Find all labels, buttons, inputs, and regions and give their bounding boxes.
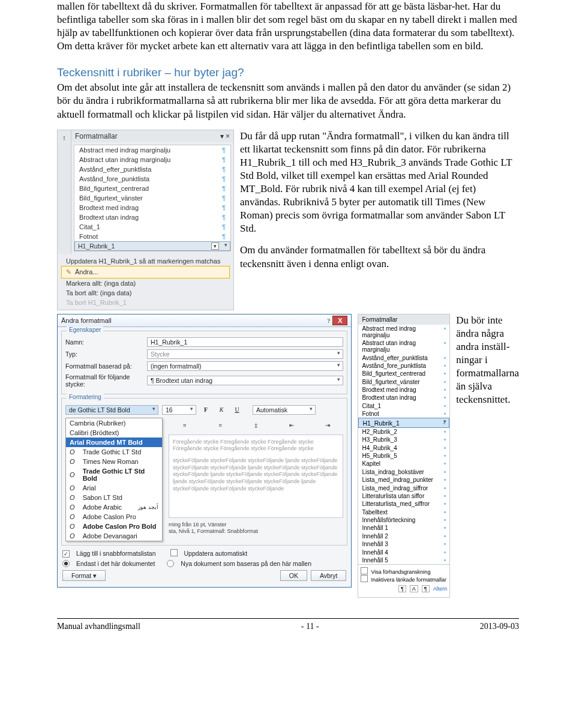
align-center-icon[interactable]: ≡ bbox=[214, 420, 226, 431]
help-icon[interactable]: ? bbox=[327, 317, 330, 324]
italic-button[interactable]: K bbox=[215, 405, 227, 415]
close-icon[interactable]: X bbox=[332, 316, 347, 325]
style-item[interactable]: Tabelltext• bbox=[358, 508, 449, 516]
template-radio[interactable] bbox=[167, 560, 177, 568]
style-item[interactable]: Bild_figurtext_centrerad• bbox=[358, 370, 449, 378]
style-item[interactable]: Lista_med_indrag_siffror• bbox=[358, 484, 449, 492]
style-item[interactable]: Abstract med indrag marginalju¶ bbox=[74, 145, 230, 155]
style-item[interactable]: Fotnot¶ bbox=[74, 232, 230, 241]
style-item[interactable]: H3_Rubrik_3• bbox=[358, 436, 449, 444]
style-item[interactable]: Avstånd_fore_punktlista¶ bbox=[74, 174, 230, 184]
style-tool-icon[interactable]: ¶ bbox=[422, 585, 430, 592]
style-item[interactable]: Bild_figurtext_centrerad¶ bbox=[74, 184, 230, 193]
style-item[interactable]: Citat_1¶ bbox=[74, 222, 230, 232]
style-item[interactable]: Abstract utan indrag marginalju• bbox=[358, 339, 449, 353]
style-item[interactable]: Brodtext utan indrag¶ bbox=[74, 212, 230, 222]
paint-icon: ✎ bbox=[66, 268, 71, 276]
style-item[interactable]: Lista_indrag_bokstäver• bbox=[358, 468, 449, 476]
ctx-del[interactable]: Ta bort H1_Rubrik_1 bbox=[61, 298, 230, 307]
font-option[interactable]: O Trade Gothic LT Std Bold bbox=[66, 466, 162, 483]
doc-radio[interactable] bbox=[62, 560, 73, 568]
style-item[interactable]: Citat_1• bbox=[358, 402, 449, 410]
style-item[interactable]: Fotnot• bbox=[358, 410, 449, 418]
name-input[interactable]: H1_Rubrik_1 bbox=[147, 337, 343, 347]
underline-button[interactable]: U bbox=[231, 405, 243, 415]
style-item[interactable]: H5_Rubrik_5• bbox=[358, 452, 449, 460]
font-option[interactable]: O Arial bbox=[66, 483, 162, 493]
font-option[interactable]: O Adobe Arabicأبجد هوز bbox=[66, 502, 162, 512]
style-item[interactable]: Innehåll 5• bbox=[358, 556, 449, 564]
format-button[interactable]: Format ▾ bbox=[62, 570, 106, 581]
style-item[interactable]: Innehållsförteckning• bbox=[358, 516, 449, 524]
autoupdate-checkbox[interactable] bbox=[170, 549, 181, 557]
color-select[interactable]: Automatisk bbox=[253, 405, 316, 415]
style-item[interactable]: Innehåll 2• bbox=[358, 532, 449, 540]
font-option-selected[interactable]: Arial Rounded MT Bold bbox=[66, 438, 162, 447]
font-option[interactable]: O Sabon LT Std bbox=[66, 493, 162, 502]
type-select[interactable]: Stycke bbox=[147, 349, 343, 359]
ctx-markall[interactable]: Markera allt: (inga data) bbox=[61, 278, 230, 288]
panel-controls[interactable]: ▾ × bbox=[220, 132, 230, 140]
font-option[interactable]: O Times New Roman bbox=[66, 457, 162, 466]
style-item[interactable]: Avstånd_efter_punktlista• bbox=[358, 353, 449, 361]
style-item[interactable]: Bild_figurtext_vänster• bbox=[358, 378, 449, 386]
ctx-rmall[interactable]: Ta bort allt: (inga data) bbox=[61, 288, 230, 298]
style-item[interactable]: Brodtext utan indrag• bbox=[358, 394, 449, 402]
inactivate-checkbox[interactable] bbox=[361, 577, 371, 583]
font-dropdown[interactable]: Cambria (Rubriker) Calibri (Brödtext) Ar… bbox=[65, 418, 163, 541]
font-option[interactable]: O Adobe Devanagari bbox=[66, 531, 162, 541]
style-item[interactable]: Kapitel• bbox=[358, 460, 449, 468]
indent-dec-icon[interactable]: ⇤ bbox=[286, 420, 298, 431]
style-item[interactable]: Abstract med indrag marginalju• bbox=[358, 325, 449, 339]
style-item[interactable]: Avstånd_efter_punktlista¶ bbox=[74, 164, 230, 174]
cancel-button[interactable]: Avbryt bbox=[311, 570, 347, 581]
ctx-edit[interactable]: ✎Ändra... bbox=[61, 266, 230, 278]
style-item[interactable]: Abstract utan indrag marginalju¶ bbox=[74, 155, 230, 164]
paragraph: Om du använder formatmallen för tabellte… bbox=[240, 244, 519, 270]
font-option[interactable]: Calibri (Brödtext) bbox=[66, 428, 162, 438]
style-item[interactable]: Brodtext med indrag• bbox=[358, 386, 449, 394]
font-option[interactable]: O Adobe Caslon Pro Bold bbox=[66, 522, 162, 531]
styles-list-2[interactable]: Abstract med indrag marginalju•Abstract … bbox=[358, 325, 449, 565]
linespacing-icon[interactable]: ‡ bbox=[250, 420, 262, 431]
preview-checkbox[interactable] bbox=[361, 569, 371, 575]
style-item[interactable]: Bild_figurtext_vänster¶ bbox=[74, 193, 230, 203]
style-item[interactable]: H2_Rubrik_2• bbox=[358, 428, 449, 436]
modify-style-dialog: Ändra formatmall ?X Egenskaper Namn:H1_R… bbox=[57, 314, 352, 588]
bold-button[interactable]: F bbox=[200, 405, 212, 415]
size-select[interactable]: 16 bbox=[162, 405, 196, 415]
altern-link[interactable]: Altern bbox=[433, 586, 448, 592]
ctx-update[interactable]: Uppdatera H1_Rubrik_1 så att markeringen… bbox=[61, 256, 230, 266]
style-item[interactable]: Lista_med_indrag_punkter• bbox=[358, 476, 449, 484]
font-select[interactable]: de Gothic LT Std Bold bbox=[65, 405, 158, 415]
style-item[interactable]: Brodtext med indrag¶ bbox=[74, 203, 230, 212]
style-item[interactable]: Litteraturlista utan siffor• bbox=[358, 492, 449, 500]
format-summary: rning från 16 pt, Vänstersta, Nivå 1, Fo… bbox=[169, 522, 343, 535]
label-basedon: Formatmall baserad på: bbox=[65, 362, 143, 370]
style-item-selected[interactable]: H1_Rubrik_1▾ bbox=[74, 241, 230, 251]
style-tool-icon[interactable]: ¶ bbox=[398, 585, 406, 592]
style-item[interactable]: Innehåll 4• bbox=[358, 548, 449, 556]
context-menu: Uppdatera H1_Rubrik_1 så att markeringen… bbox=[58, 254, 233, 310]
style-item[interactable]: Innehåll 1• bbox=[358, 524, 449, 532]
label-name: Namn: bbox=[65, 338, 143, 346]
style-tool-icon[interactable]: A bbox=[410, 585, 418, 592]
styles-list[interactable]: Abstract med indrag marginalju¶Abstract … bbox=[74, 145, 231, 251]
panel-header: Formatmallar▾ × bbox=[71, 130, 233, 142]
font-option[interactable]: O Adobe Caslon Pro bbox=[66, 512, 162, 522]
font-option[interactable]: O Trade Gothic LT Std bbox=[66, 447, 162, 457]
paragraph: Du bör inte ändra några andra inställ-ni… bbox=[456, 314, 519, 407]
style-item[interactable]: Avstånd_fore_punktlista• bbox=[358, 362, 449, 370]
style-item[interactable]: Litteraturlista_med_siffror• bbox=[358, 500, 449, 508]
style-item[interactable]: H1_Rubrik_1• bbox=[358, 418, 449, 427]
basedon-select[interactable]: (ingen formatmall) bbox=[147, 361, 343, 371]
quicklist-checkbox[interactable] bbox=[62, 549, 73, 558]
style-item[interactable]: Innehåll 3• bbox=[358, 540, 449, 548]
indent-inc-icon[interactable]: ⇥ bbox=[322, 420, 334, 431]
following-select[interactable]: ¶ Brodtext utan indrag bbox=[147, 376, 343, 385]
panel-sidebar-icon: ↕ bbox=[58, 130, 71, 254]
font-option[interactable]: Cambria (Rubriker) bbox=[66, 418, 162, 428]
ok-button[interactable]: OK bbox=[280, 570, 307, 581]
align-left-icon[interactable]: ≡ bbox=[179, 420, 191, 431]
style-item[interactable]: H4_Rubrik_4• bbox=[358, 444, 449, 452]
